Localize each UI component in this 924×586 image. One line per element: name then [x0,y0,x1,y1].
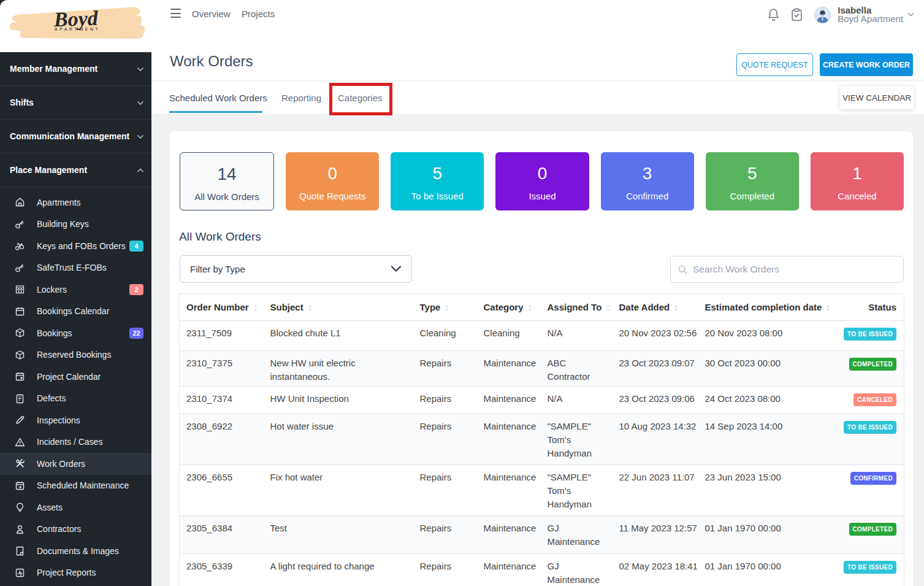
svg-text:APARTMENT: APARTMENT [55,26,100,32]
